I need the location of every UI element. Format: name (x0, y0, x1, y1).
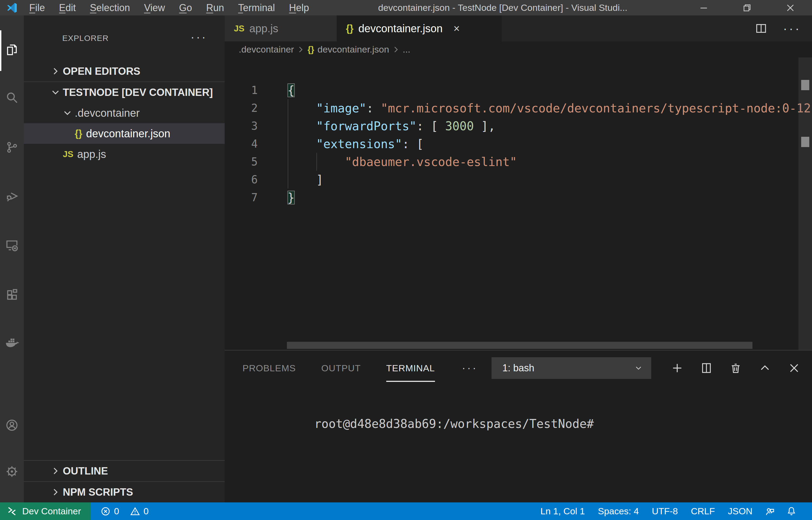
line-number: 7 (225, 191, 265, 204)
maximize-panel-icon[interactable] (758, 361, 772, 375)
status-ln-1-col-1[interactable]: Ln 1, Col 1 (534, 506, 591, 517)
section-outline[interactable]: OUTLINE (24, 461, 225, 481)
breadcrumb-item[interactable]: .devcontainer (239, 44, 294, 55)
feedback-icon[interactable] (759, 506, 781, 517)
accounts-icon[interactable] (0, 413, 24, 438)
minimize-button[interactable] (682, 0, 725, 16)
line-number: 5 (225, 155, 265, 168)
source-control-icon[interactable] (0, 135, 24, 160)
close-window-button[interactable] (769, 0, 812, 16)
breadcrumb-item[interactable]: ... (403, 44, 410, 55)
tree-item-devcontainer.json[interactable]: {}devcontainer.json (24, 123, 225, 144)
code-line-2[interactable]: 2 "image": "mcr.microsoft.com/vscode/dev… (225, 99, 812, 117)
code-line-6[interactable]: 6 ] (225, 171, 812, 188)
tree-item-label: app.js (77, 148, 106, 160)
editor-actions: ··· (755, 16, 801, 42)
status-right: Ln 1, Col 1Spaces: 4UTF-8CRLFJSON (534, 506, 812, 517)
tree-item-app.js[interactable]: JSapp.js (24, 144, 225, 164)
tab-label: devcontainer.json (358, 23, 443, 35)
horizontal-scrollbar[interactable] (287, 342, 752, 349)
explorer-icon[interactable] (0, 37, 24, 62)
code-editor[interactable]: 1{2 "image": "mcr.microsoft.com/vscode/d… (225, 57, 812, 350)
panel-tab-terminal[interactable]: TERMINAL (386, 350, 435, 386)
tree-item-label: OPEN EDITORS (63, 66, 140, 77)
terminal-output[interactable]: root@d48e8d38ab69:/workspaces/TestNode# (225, 386, 812, 444)
code-text: "extensions": [ (265, 137, 424, 151)
docker-icon[interactable] (0, 330, 24, 355)
editor-more-icon[interactable]: ··· (783, 23, 801, 34)
close-tab-icon[interactable]: × (453, 23, 459, 35)
menu-edit[interactable]: Edit (52, 0, 83, 16)
status-utf-8[interactable]: UTF-8 (645, 506, 684, 517)
terminal-selector[interactable]: 1: bash (492, 357, 651, 379)
menu-view[interactable]: View (137, 0, 172, 16)
menu-selection[interactable]: Selection (83, 0, 137, 16)
remote-icon (6, 506, 17, 517)
line-number: 6 (225, 173, 265, 186)
code-line-3[interactable]: 3 "forwardPorts": [ 3000 ], (225, 117, 812, 135)
tree-item-testnode-dev-container-[interactable]: TESTNODE [DEV CONTAINER] (24, 82, 225, 103)
explorer-more-icon[interactable]: ··· (191, 31, 207, 43)
code-text: } (265, 191, 295, 205)
extensions-icon[interactable] (0, 282, 24, 307)
restore-button[interactable] (725, 0, 769, 16)
panel-more-icon[interactable]: ··· (462, 363, 478, 373)
explorer-header: EXPLORER ··· (24, 16, 225, 61)
status-crlf[interactable]: CRLF (684, 506, 722, 517)
kill-terminal-icon[interactable] (729, 361, 743, 375)
status-json[interactable]: JSON (721, 506, 759, 517)
new-terminal-icon[interactable] (670, 361, 684, 375)
menu-file[interactable]: File (22, 0, 52, 16)
remote-indicator[interactable]: Dev Container (0, 502, 91, 520)
notifications-bell-icon[interactable] (781, 506, 802, 517)
settings-gear-icon[interactable] (0, 459, 24, 484)
tab-app.js[interactable]: JSapp.js (225, 16, 337, 42)
code-text: "image": "mcr.microsoft.com/vscode/devco… (265, 101, 811, 115)
menu-terminal[interactable]: Terminal (231, 0, 282, 16)
panel-tab-output[interactable]: OUTPUT (321, 350, 361, 386)
terminal-prompt: root@d48e8d38ab69:/workspaces/TestNode# (314, 417, 594, 431)
breadcrumb-separator-icon (294, 46, 307, 54)
breadcrumb-label: .devcontainer (239, 44, 294, 55)
search-icon[interactable] (0, 85, 24, 110)
tree-item-open-editors[interactable]: OPEN EDITORS (24, 61, 225, 81)
split-editor-icon[interactable] (755, 22, 767, 35)
explorer-bottom-sections: OUTLINENPM SCRIPTS (24, 460, 225, 502)
menu-run[interactable]: Run (199, 0, 231, 16)
errors-icon (101, 506, 111, 517)
tree-item-.devcontainer[interactable]: .devcontainer (24, 103, 225, 123)
indent-guide (316, 153, 317, 171)
vscode-logo (6, 2, 18, 14)
tree-item-label: TESTNODE [DEV CONTAINER] (63, 87, 213, 98)
warnings-icon (130, 506, 140, 517)
chevron-down-icon (634, 363, 643, 373)
breadcrumb-item[interactable]: {}devcontainer.json (307, 44, 389, 55)
window-controls (682, 0, 812, 16)
editor-group: JSapp.js{}devcontainer.json× ··· .devcon… (225, 16, 812, 502)
split-terminal-icon[interactable] (699, 361, 713, 375)
close-panel-icon[interactable] (787, 361, 801, 375)
code-line-1[interactable]: 1{ (225, 81, 812, 99)
breadcrumb-label: ... (403, 44, 410, 55)
menu-bar: FileEditSelectionViewGoRunTerminalHelp (22, 0, 316, 16)
remote-label: Dev Container (22, 506, 81, 517)
problems-status[interactable]: 0 0 (91, 506, 156, 517)
code-line-7[interactable]: 7} (225, 188, 812, 206)
js-file-icon: JS (234, 24, 245, 33)
remote-explorer-icon[interactable] (0, 233, 24, 258)
code-line-4[interactable]: 4 "extensions": [ (225, 135, 812, 153)
code-line-5[interactable]: 5 "dbaeumer.vscode-eslint" (225, 153, 812, 171)
json-file-icon: {} (75, 128, 82, 139)
panel-tab-problems[interactable]: PROBLEMS (243, 350, 296, 386)
menu-go[interactable]: Go (172, 0, 199, 16)
terminal-selector-value: 1: bash (502, 362, 634, 374)
explorer-title: EXPLORER (62, 33, 109, 43)
vertical-scrollbar[interactable] (799, 57, 812, 350)
sidebar-explorer: EXPLORER ··· OPEN EDITORSTESTNODE [DEV C… (24, 16, 225, 502)
menu-help[interactable]: Help (282, 0, 316, 16)
run-debug-icon[interactable] (0, 184, 24, 209)
status-spaces-4[interactable]: Spaces: 4 (591, 506, 645, 517)
tab-devcontainer.json[interactable]: {}devcontainer.json× (337, 16, 502, 42)
section-npm-scripts[interactable]: NPM SCRIPTS (24, 482, 225, 502)
scrollbar-decoration (801, 137, 809, 147)
